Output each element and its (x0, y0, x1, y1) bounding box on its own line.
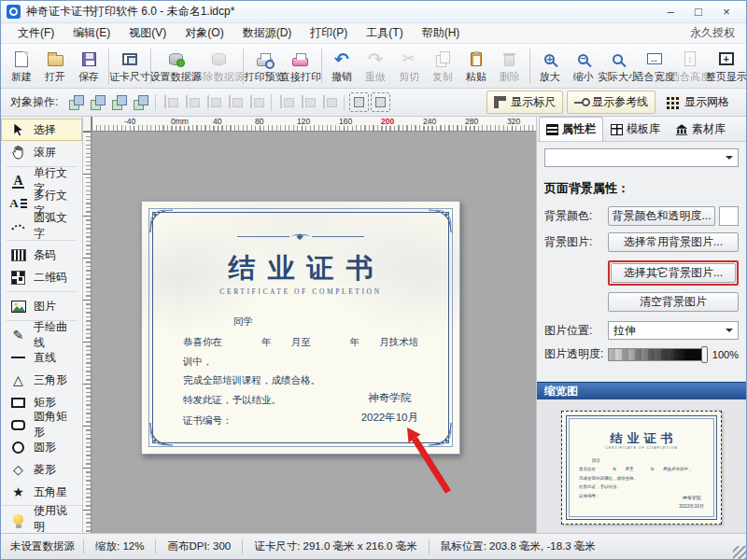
print-preview-icon (253, 49, 275, 68)
scissors-icon: ✂ (398, 49, 420, 68)
certificate-card[interactable]: ◆ 结业证书 CERTIFICATE OF COMPLETION 同学 恭喜你在… (141, 201, 460, 455)
menu-file[interactable]: 文件(F) (8, 23, 63, 43)
tool-qrcode[interactable]: 二维码 (1, 266, 82, 288)
menu-view[interactable]: 视图(V) (120, 23, 176, 43)
new-label: 新建 (11, 70, 32, 84)
zoom-in-button[interactable]: 放大 (533, 46, 567, 87)
minimize-button[interactable]: – (656, 3, 684, 21)
actual-size-button[interactable]: 实际大小 (600, 46, 637, 87)
move-layer-up-icon[interactable] (109, 92, 129, 112)
lightbulb-icon (9, 511, 27, 527)
copy-label: 复制 (432, 70, 453, 84)
tab-properties[interactable]: 属性栏 (539, 117, 603, 141)
same-width-icon (225, 92, 245, 112)
close-button[interactable]: × (712, 3, 740, 21)
thumbnail-date: 2022年10月 (679, 502, 704, 511)
print-preview-button[interactable]: 打印预览 (247, 46, 283, 87)
picture-icon (9, 298, 27, 315)
undo-button[interactable]: ↶撤销 (325, 46, 359, 87)
bg-color-swatch[interactable] (719, 206, 739, 226)
actual-size-icon (607, 49, 629, 68)
fit-height-label: 适合高度 (669, 70, 711, 84)
whole-page-button[interactable]: +整页显示 (708, 46, 744, 87)
trash-icon (499, 49, 521, 68)
menu-datasource[interactable]: 数据源(D) (233, 23, 302, 43)
show-ruler-toggle[interactable]: 显示标尺 (486, 91, 563, 114)
align-center-icon (182, 92, 202, 112)
toolbar-separator (321, 49, 322, 84)
tool-circle[interactable]: 圆形 (1, 436, 82, 458)
tool-line[interactable]: 直线 (1, 346, 82, 369)
template-grid-icon (611, 124, 623, 135)
tool-diamond[interactable]: ◇ 菱形 (1, 458, 82, 481)
tool-star[interactable]: ★ 五角星 (1, 481, 82, 503)
redo-button: ↷重做 (359, 46, 392, 87)
ruler-label: 80 (254, 117, 264, 126)
bring-to-front-icon[interactable] (66, 92, 86, 112)
menu-tools[interactable]: 工具(T) (357, 23, 412, 43)
align-top-icon (276, 92, 296, 112)
new-button[interactable]: 新建 (5, 46, 38, 87)
panel-tabs: 属性栏 模板库 素材库 (537, 117, 746, 142)
open-button[interactable]: 打开 (38, 46, 72, 87)
direct-print-button[interactable]: 直接打印 (283, 46, 319, 87)
card-size-icon (119, 49, 141, 68)
align-bottom-icon (319, 92, 339, 112)
move-layer-down-icon[interactable] (131, 92, 150, 112)
other-bg-image-button[interactable]: 选择其它背景图片... (611, 263, 736, 283)
tool-image[interactable]: 图片 (1, 295, 82, 317)
ruler-icon (494, 96, 506, 108)
group-icon[interactable] (349, 92, 369, 112)
ungroup-icon[interactable] (371, 92, 390, 112)
image-position-select[interactable]: 拉伸 (608, 321, 739, 340)
status-card-size: 证卡尺寸: 291.0 毫米 x 216.0 毫米 (243, 539, 428, 553)
tool-pan[interactable]: 滚屏 (1, 141, 82, 163)
tool-rounded-rectangle[interactable]: 圆角矩形 (1, 413, 82, 436)
certificate-thumbnail[interactable]: 结业证书 CERTIFICATE OF COMPLETION 同学 恭喜你在 年… (561, 411, 722, 525)
undo-label: 撤销 (331, 70, 352, 84)
help-button[interactable]: 使用说明 (1, 505, 82, 533)
tool-freehand-curve[interactable]: ✎ 手绘曲线 (1, 324, 82, 346)
opacity-slider[interactable] (608, 348, 707, 361)
show-grid-toggle[interactable]: 显示网格 (659, 91, 737, 114)
red-highlight-box: 选择其它背景图片... (608, 260, 739, 286)
opacity-slider-handle[interactable] (701, 346, 708, 363)
direct-print-label: 直接打印 (280, 70, 321, 84)
tool-arc-text[interactable]: 圆弧文字 (1, 215, 82, 237)
single-line-text-icon: A (9, 173, 27, 189)
common-bg-image-button[interactable]: 选择常用背景图片... (608, 232, 739, 252)
resize-grip[interactable] (733, 546, 746, 559)
tool-select[interactable]: 选择 (1, 119, 82, 141)
bg-color-button[interactable]: 背景颜色和透明度... (608, 206, 715, 226)
menu-object[interactable]: 对象(O) (176, 23, 233, 43)
set-datasource-button[interactable]: 设置数据源 (154, 46, 197, 87)
save-button[interactable]: 保存 (72, 46, 106, 87)
open-folder-icon (44, 49, 66, 68)
paste-button[interactable]: 粘贴 (459, 46, 493, 87)
tool-triangle[interactable]: △ 三角形 (1, 369, 82, 391)
status-bar: 未设置数据源 缩放: 12% 画布DPI: 300 证卡尺寸: 291.0 毫米… (1, 533, 746, 559)
opacity-value: 100% (712, 349, 739, 360)
tab-template-library[interactable]: 模板库 (603, 117, 668, 141)
send-to-back-icon[interactable] (88, 92, 107, 112)
menu-help[interactable]: 帮助(H) (413, 23, 470, 43)
tab-material-library[interactable]: 素材库 (668, 117, 733, 141)
maximize-button[interactable]: □ (684, 3, 712, 21)
design-canvas[interactable]: ◆ 结业证书 CERTIFICATE OF COMPLETION 同学 恭喜你在… (92, 132, 536, 533)
thumbnail-area: 结业证书 CERTIFICATE OF COMPLETION 同学 恭喜你在 年… (537, 399, 746, 533)
clear-bg-image-button[interactable]: 清空背景图片 (608, 292, 739, 312)
show-guides-toggle[interactable]: 显示参考线 (567, 91, 655, 114)
card-size-button[interactable]: 证卡尺寸 (112, 46, 148, 87)
menu-print[interactable]: 打印(P) (301, 23, 357, 43)
fit-width-label: 适合宽度 (634, 70, 675, 84)
tool-barcode[interactable]: 条码 (1, 244, 82, 266)
thumbnail-signature: 神奇学院 2022年10月 (679, 494, 704, 511)
zoom-out-button[interactable]: 缩小 (567, 46, 600, 87)
ruler-label: 280 (464, 117, 479, 126)
menu-edit[interactable]: 编辑(E) (63, 23, 120, 43)
image-position-value: 拉伸 (613, 323, 636, 339)
corner-ornament (149, 422, 174, 446)
show-guides-label: 显示参考线 (592, 94, 648, 110)
fit-width-button[interactable]: ↔适合宽度 (636, 46, 672, 87)
object-selector-dropdown[interactable] (544, 148, 739, 167)
